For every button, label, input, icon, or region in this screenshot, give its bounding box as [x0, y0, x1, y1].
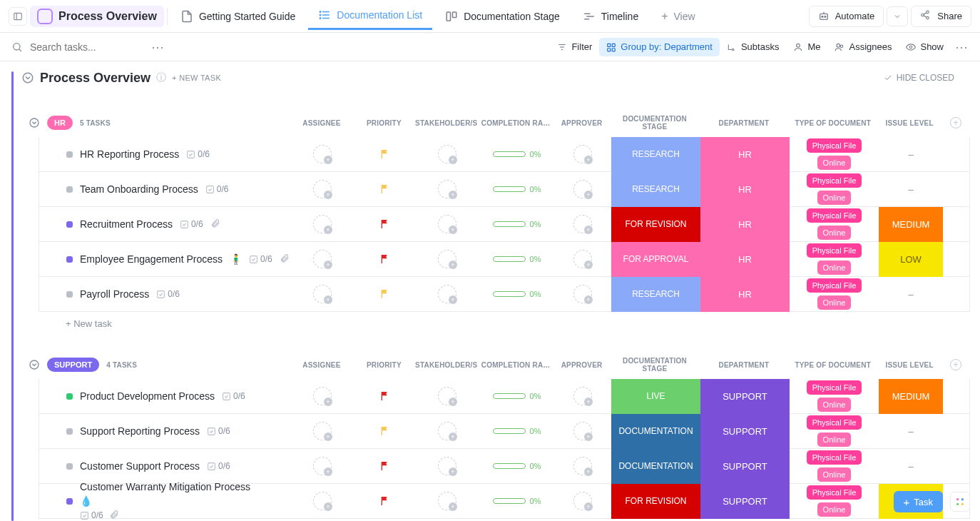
department-cell[interactable]: HR — [700, 207, 790, 242]
task-name[interactable]: Employee Engagement Process — [80, 253, 223, 265]
task-row[interactable]: Customer Support Process0/6 0% DOCUMENTA… — [39, 449, 970, 484]
sidebar-toggle-icon[interactable] — [9, 7, 27, 26]
subtask-count[interactable]: 0/6 — [222, 391, 245, 401]
approver-placeholder[interactable] — [573, 387, 592, 405]
task-status-square[interactable] — [66, 393, 73, 400]
assignee-placeholder[interactable] — [313, 492, 332, 510]
task-row[interactable]: Customer Warranty Mitigation Process💧0/6… — [39, 484, 970, 519]
task-row[interactable]: Team Onboarding Process0/6 0% RESEARCH H… — [39, 172, 970, 207]
doctype-cell[interactable]: Physical File Online — [807, 138, 862, 170]
approver-placeholder[interactable] — [573, 457, 592, 475]
doctype-cell[interactable]: Physical File Online — [807, 173, 862, 205]
department-cell[interactable]: HR — [700, 172, 790, 207]
tab-timeline[interactable]: Timeline — [573, 3, 648, 30]
task-row[interactable]: Product Development Process0/6 0% LIVE S… — [39, 379, 970, 414]
priority-cell[interactable] — [354, 218, 415, 230]
department-cell[interactable]: SUPPORT — [700, 414, 790, 449]
col-completion[interactable]: COMPLETION RA… — [479, 361, 553, 369]
collapse-group-icon[interactable] — [29, 117, 40, 128]
stakeholder-placeholder[interactable] — [438, 250, 456, 268]
doctype-cell[interactable]: Physical File Online — [807, 485, 862, 517]
priority-cell[interactable] — [354, 495, 415, 507]
task-name[interactable]: Customer Warranty Mitigation Process — [80, 481, 250, 492]
group-by-chip[interactable]: Group by: Department — [599, 38, 720, 56]
task-name[interactable]: HR Reporting Process — [80, 148, 179, 160]
attachment-icon[interactable] — [210, 218, 220, 231]
col-doctype[interactable]: TYPE OF DOCUMENT — [788, 119, 877, 127]
department-cell[interactable]: HR — [700, 242, 790, 277]
task-name[interactable]: Team Onboarding Process — [80, 183, 198, 195]
attachment-icon[interactable] — [280, 253, 290, 265]
assignee-placeholder[interactable] — [313, 180, 332, 198]
subtask-count[interactable]: 0/6 — [207, 461, 230, 471]
doctype-cell[interactable]: Physical File Online — [807, 415, 862, 447]
col-assignee[interactable]: ASSIGNEE — [290, 119, 354, 127]
col-doctype[interactable]: TYPE OF DOCUMENT — [788, 361, 877, 369]
doctype-cell[interactable]: Physical File Online — [807, 278, 862, 310]
list-title-tab[interactable]: Process Overview — [30, 6, 164, 27]
task-row[interactable]: Employee Engagement Process🧍‍♂️0/6 0% FO… — [39, 242, 970, 277]
stakeholder-placeholder[interactable] — [438, 492, 456, 510]
col-issue[interactable]: ISSUE LEVEL — [877, 119, 941, 127]
priority-cell[interactable] — [354, 425, 415, 437]
col-stage[interactable]: DOCUMENTATION STAGE — [611, 115, 700, 131]
task-status-square[interactable] — [66, 428, 73, 435]
add-column-button[interactable]: + — [950, 117, 961, 128]
priority-cell[interactable] — [354, 148, 415, 160]
new-task-row-button[interactable]: + New task — [39, 312, 970, 336]
priority-cell[interactable] — [354, 288, 415, 300]
task-status-square[interactable] — [66, 221, 73, 228]
subtask-count[interactable]: 0/6 — [186, 149, 210, 159]
subtask-count[interactable]: 0/6 — [207, 426, 230, 436]
task-row[interactable]: Payroll Process0/6 0% RESEARCH HR Physic… — [39, 277, 970, 312]
department-cell[interactable]: HR — [700, 137, 790, 172]
assignee-placeholder[interactable] — [313, 422, 332, 440]
stage-cell[interactable]: LIVE — [611, 379, 700, 414]
collapse-group-icon[interactable] — [29, 359, 40, 370]
doctype-cell[interactable]: Physical File Online — [807, 243, 862, 275]
stage-cell[interactable]: DOCUMENTATION — [611, 449, 700, 484]
subtask-count[interactable]: 0/6 — [156, 289, 180, 299]
col-issue[interactable]: ISSUE LEVEL — [877, 361, 941, 369]
assignees-button[interactable]: Assignees — [827, 38, 899, 56]
stakeholder-placeholder[interactable] — [438, 180, 456, 198]
stage-cell[interactable]: FOR REVISION — [611, 484, 700, 519]
share-button[interactable]: Share — [911, 6, 971, 27]
priority-cell[interactable] — [354, 390, 415, 402]
attachment-icon[interactable] — [109, 510, 119, 522]
col-department[interactable]: DEPARTMENT — [699, 119, 788, 127]
toolbar-more-icon[interactable]: ⋯ — [955, 39, 969, 55]
new-task-header-button[interactable]: + NEW TASK — [172, 74, 221, 82]
subtask-count[interactable]: 0/6 — [180, 219, 203, 229]
group-badge[interactable]: HR — [47, 116, 73, 130]
task-status-square[interactable] — [66, 291, 73, 298]
tab-documentation-list[interactable]: Documentation List — [308, 3, 432, 30]
show-button[interactable]: Show — [899, 38, 951, 56]
task-row[interactable]: Support Reporting Process0/6 0% DOCUMENT… — [39, 414, 970, 449]
approver-placeholder[interactable] — [573, 285, 592, 303]
task-row[interactable]: HR Reporting Process0/6 0% RESEARCH HR P… — [39, 137, 970, 172]
col-approver[interactable]: APPROVER — [553, 361, 611, 369]
col-stakeholders[interactable]: STAKEHOLDER/S — [414, 361, 479, 369]
department-cell[interactable]: SUPPORT — [700, 484, 790, 519]
task-name[interactable]: Customer Support Process — [80, 460, 200, 472]
approver-placeholder[interactable] — [573, 145, 592, 163]
col-priority[interactable]: PRIORITY — [354, 361, 414, 369]
approver-placeholder[interactable] — [573, 250, 592, 268]
filter-button[interactable]: Filter — [550, 38, 599, 56]
assignee-placeholder[interactable] — [313, 145, 332, 163]
task-row[interactable]: Recruitment Process0/6 0% FOR REVISION H… — [39, 207, 970, 242]
priority-cell[interactable] — [354, 183, 415, 195]
department-cell[interactable]: SUPPORT — [700, 379, 790, 414]
doctype-cell[interactable]: Physical File Online — [807, 450, 862, 482]
automate-dropdown[interactable] — [887, 6, 908, 26]
stage-cell[interactable]: RESEARCH — [611, 277, 700, 312]
task-status-square[interactable] — [66, 151, 73, 158]
stage-cell[interactable]: FOR REVISION — [611, 207, 700, 242]
task-status-square[interactable] — [66, 186, 73, 193]
approver-placeholder[interactable] — [573, 215, 592, 233]
list-scroll-area[interactable]: Process Overview ⓘ + NEW TASK HIDE CLOSE… — [0, 61, 980, 521]
stage-cell[interactable]: RESEARCH — [611, 172, 700, 207]
col-stage[interactable]: DOCUMENTATION STAGE — [611, 357, 700, 373]
hide-closed-button[interactable]: HIDE CLOSED — [884, 73, 970, 83]
